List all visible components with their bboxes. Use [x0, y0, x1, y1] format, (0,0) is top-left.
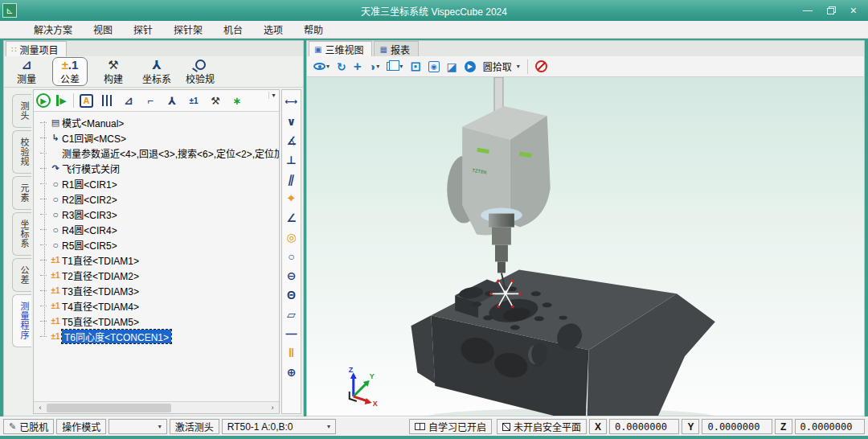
viewport-3d-scene: TZTEK: [307, 77, 864, 416]
v-angle-icon[interactable]: ∨: [283, 112, 300, 130]
tree-item-diameter-5[interactable]: ±1T5直径<TDIAM5>: [40, 314, 279, 329]
horizontal-scrollbar[interactable]: ‹ ›: [34, 401, 279, 413]
side-tab-elements[interactable]: 元素: [12, 176, 31, 210]
operation-mode-dropdown[interactable]: ▾: [108, 419, 166, 434]
minimize-button[interactable]: —: [803, 6, 813, 15]
close-button[interactable]: ×: [850, 6, 857, 15]
menu-solution[interactable]: 解决方案: [34, 23, 72, 36]
circularity-icon[interactable]: ○: [283, 247, 300, 265]
side-tab-gauge[interactable]: 校验规: [12, 130, 31, 174]
tab-measurement-items[interactable]: ∷ 测量项目: [6, 41, 67, 56]
parallelism-icon[interactable]: ∥: [281, 170, 302, 188]
menu-machine[interactable]: 机台: [223, 23, 243, 36]
menu-probe[interactable]: 探针: [133, 23, 153, 36]
eye-icon: [313, 63, 326, 70]
gauge-button[interactable]: 校验规: [182, 57, 218, 86]
axis-y-label: Y: [370, 372, 375, 380]
measure-button[interactable]: ⊿ 测量: [9, 57, 44, 86]
side-tab-csys[interactable]: 坐标系: [12, 212, 31, 256]
menu-help[interactable]: 帮助: [304, 23, 323, 36]
menu-view[interactable]: 视图: [93, 23, 113, 36]
visibility-button[interactable]: ▾: [313, 63, 330, 70]
title-bar: ⊾ 天准三坐标系统 VispecCube 2024 — ×: [0, 0, 868, 21]
tolerance-tool-button[interactable]: ±1: [186, 92, 202, 109]
tree-item-fly-mode[interactable]: ↷飞行模式关闭: [40, 161, 279, 176]
position-icon[interactable]: ⌖: [283, 189, 300, 207]
measure-icon: ⊿: [22, 58, 32, 72]
coordinate-system-button[interactable]: ⅄ 坐标系: [139, 57, 174, 86]
active-probe-dropdown[interactable]: RT50-1 A:0,B:0▾: [222, 419, 336, 434]
emergency-stop-button[interactable]: [535, 60, 547, 72]
construct-button[interactable]: ⚒ 构建: [96, 57, 131, 86]
run-program-button[interactable]: ▶: [36, 93, 51, 108]
book-icon: [415, 423, 425, 430]
flatness-icon[interactable]: ▱: [283, 305, 300, 323]
render-style-button[interactable]: ◑▾: [369, 60, 379, 73]
parameters-button[interactable]: [99, 92, 115, 109]
distance-icon[interactable]: ⟷: [283, 92, 300, 111]
restore-button[interactable]: [827, 6, 836, 14]
menu-options[interactable]: 选项: [264, 23, 283, 36]
tab-report[interactable]: ▦ 报表: [374, 41, 418, 56]
tree-item-circle-5[interactable]: ○R5圆<CIR5>: [40, 237, 279, 252]
mode-icon: ▤: [49, 117, 62, 128]
construct-tool-button[interactable]: ⚒: [207, 92, 223, 109]
tab-3d-view[interactable]: ▣ 三维视图: [309, 41, 372, 56]
separator: [527, 59, 528, 74]
callback-icon: ↳: [49, 133, 62, 143]
side-tab-probe[interactable]: 测头: [12, 94, 31, 128]
cube-icon: [387, 62, 395, 71]
csys-tool-button[interactable]: ⅄: [164, 92, 180, 109]
locate-button[interactable]: ◉: [428, 61, 440, 72]
scroll-right-arrow[interactable]: ›: [268, 404, 277, 412]
coord-y-label: Y: [682, 419, 699, 434]
measurement-panel: ∷ 测量项目 ⊿ 测量 ±.1 公差 ⚒ 构建 ⅄ 坐标系 校: [3, 40, 304, 416]
true-position-icon[interactable]: ⊕: [283, 363, 300, 381]
side-tab-program[interactable]: 测量程序: [12, 294, 31, 347]
tree-item-circle-1[interactable]: ○R1圆<CIR1>: [40, 176, 279, 191]
tolerance-icon: ±1: [49, 271, 62, 280]
measure-tool-button[interactable]: ⊿: [121, 92, 137, 109]
side-tab-strip: 测头 校验规 元素 坐标系 公差 测量程序: [6, 89, 31, 414]
toolbar-overflow-button[interactable]: ▾: [268, 92, 278, 99]
gauge-tool-button[interactable]: ∗: [229, 92, 245, 109]
concentricity-icon[interactable]: ◎: [283, 228, 300, 246]
play-view-button[interactable]: ▶: [465, 61, 476, 72]
tree-item-diameter-1[interactable]: ±1T1直径<TDIAM1>: [40, 252, 279, 268]
window-select-button[interactable]: ◪: [447, 60, 457, 73]
scrollbar-thumb[interactable]: [47, 404, 171, 412]
symmetry-icon[interactable]: ‖: [283, 343, 300, 362]
runout-icon[interactable]: Θ: [283, 285, 300, 304]
tree-item-parameters[interactable]: 测量参数逼近<4>,回退<3>,搜索<6>,定位<2>,定位加<2>,测量速度<…: [40, 146, 279, 161]
cylindricity-icon[interactable]: ⊖: [283, 266, 300, 285]
corner-tool-button[interactable]: ⌐: [142, 92, 158, 109]
auto-label-button[interactable]: A: [80, 94, 93, 108]
pan-view-button[interactable]: +: [354, 59, 362, 75]
view-cube-button[interactable]: ▾: [387, 62, 403, 71]
tree-item-mode[interactable]: ▤模式<Manual>: [40, 115, 279, 130]
angularity-icon[interactable]: ∠: [283, 208, 300, 227]
rotate-view-button[interactable]: ↻: [337, 60, 346, 73]
circle-pick-dropdown[interactable]: 圆拾取▾: [483, 59, 520, 73]
viewport-3d[interactable]: TZTEK: [307, 77, 864, 416]
tree-item-circle-4[interactable]: ○R4圆<CIR4>: [40, 222, 279, 237]
zoom-fit-button[interactable]: ⊡: [410, 59, 420, 74]
view-panel: ▣ 三维视图 ▦ 报表 ▾ ↻ + ◑▾ ▾ ⊡ ◉ ◪ ▶ 圆拾取▾: [306, 40, 865, 416]
menu-probe-rack[interactable]: 探针架: [174, 23, 203, 36]
tree-item-circle-3[interactable]: ○R3圆<CIR3>: [40, 207, 279, 222]
coord-y-value: 0.0000000: [702, 419, 772, 434]
tolerance-button[interactable]: ±.1 公差: [52, 57, 88, 86]
tree-item-diameter-2[interactable]: ±1T2直径<TDIAM2>: [40, 268, 279, 283]
scroll-left-arrow[interactable]: ‹: [35, 404, 45, 412]
tree-item-diameter-3[interactable]: ±1T3直径<TDIAM3>: [40, 283, 279, 298]
tree-item-concentricity[interactable]: ±1T6同心度<TCONCEN1>: [40, 329, 279, 344]
perpendicularity-icon[interactable]: ⊥: [283, 150, 300, 169]
step-run-button[interactable]: ▶: [56, 95, 68, 106]
tree-item-diameter-4[interactable]: ±1T4直径<TDIAM4>: [40, 298, 279, 314]
tree-item-circle-2[interactable]: ○R2圆<CIR2>: [40, 191, 279, 207]
angle-icon[interactable]: ∡: [283, 131, 300, 150]
side-tab-tolerance[interactable]: 公差: [12, 258, 31, 292]
report-icon: ▦: [379, 45, 387, 54]
straightness-icon[interactable]: —: [283, 324, 300, 343]
tree-item-callback[interactable]: ↳C1回调<MCS>: [40, 130, 279, 146]
